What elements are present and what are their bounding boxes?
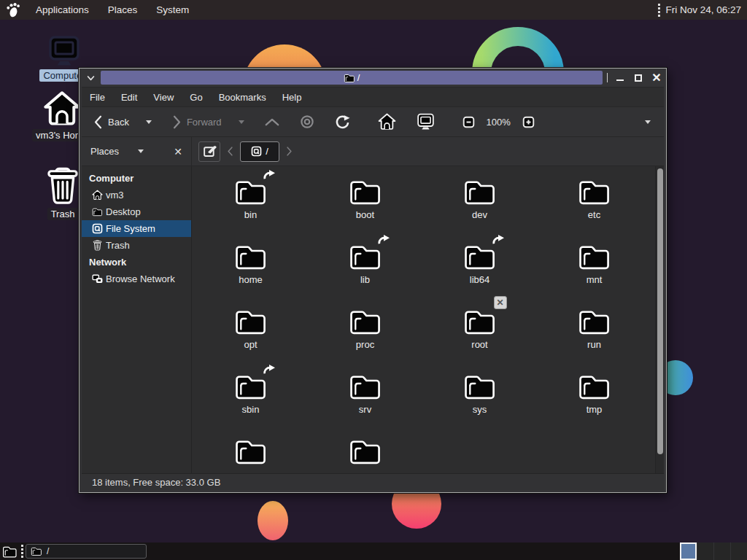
sidebar-item-browse-network[interactable]: Browse Network [82, 271, 191, 287]
forward-button[interactable]: Forward [168, 111, 249, 133]
workspace-3[interactable] [713, 542, 730, 560]
panel-menu-applications[interactable]: Applications [26, 0, 98, 20]
folder-name: sys [473, 404, 487, 415]
panel-menu-places[interactable]: Places [98, 0, 147, 20]
scrollbar[interactable] [655, 166, 664, 473]
up-button[interactable] [260, 111, 284, 133]
tasklist-handle[interactable] [21, 545, 23, 558]
sidebar-mode-label[interactable]: Places [90, 146, 119, 157]
sidebar-item-label: Browse Network [106, 273, 175, 284]
folder-icon [234, 241, 268, 272]
menu-go[interactable]: Go [182, 88, 210, 106]
stop-icon[interactable] [295, 111, 319, 133]
minimize-button[interactable] [614, 72, 626, 84]
folder-etc[interactable]: etc [537, 176, 651, 241]
folder-name: run [587, 339, 601, 350]
top-panel: ApplicationsPlacesSystem Fri Nov 24, 06:… [0, 0, 747, 20]
path-scroll-left-icon[interactable] [225, 141, 236, 162]
menu-view[interactable]: View [145, 88, 182, 106]
workspace-1[interactable] [680, 542, 697, 560]
window-menu-button[interactable] [82, 71, 99, 85]
folder-run[interactable]: run [537, 306, 651, 371]
view-dropdown-icon[interactable] [645, 120, 651, 124]
dots-indicator-icon[interactable] [658, 4, 660, 17]
folder-opt[interactable]: opt [193, 306, 308, 371]
folder-home[interactable]: home [193, 241, 308, 306]
menu-bookmarks[interactable]: Bookmarks [211, 88, 274, 106]
computer-button[interactable] [412, 111, 439, 133]
folder-icon [31, 546, 42, 556]
window-title: / [357, 72, 360, 83]
menu-file[interactable]: File [82, 88, 113, 106]
folder-tmp[interactable]: tmp [537, 371, 651, 436]
status-text: 18 items, Free space: 33.0 GB [92, 477, 220, 488]
folder-srv[interactable]: srv [308, 371, 422, 436]
folder-clipped[interactable] [308, 436, 422, 473]
folder-icon [234, 176, 268, 207]
network-icon [92, 273, 103, 284]
home-icon [92, 190, 103, 201]
folder-name: dev [472, 209, 487, 220]
folder-icon [463, 176, 497, 207]
sidebar-item-trash[interactable]: Trash [82, 237, 191, 254]
folder-icon [344, 73, 355, 83]
file-manager-window: / ✕ FileEditViewGoBookmarksHelp Back For… [79, 68, 667, 493]
folder-clipped[interactable] [193, 436, 308, 473]
sidebar-item-vm3[interactable]: vm3 [82, 187, 191, 203]
refresh-icon[interactable] [330, 111, 355, 133]
workspace-switcher [680, 542, 747, 560]
home-icon [43, 90, 81, 127]
folder-icon [349, 436, 382, 467]
path-scroll-right-icon[interactable] [284, 141, 295, 162]
sidebar-close-icon[interactable]: ✕ [174, 146, 182, 158]
workspace-2[interactable] [697, 542, 713, 560]
sidebar-item-label: Desktop [106, 206, 141, 217]
maximize-button[interactable] [632, 72, 644, 84]
file-manager-icon[interactable] [0, 542, 19, 560]
workspace-4[interactable] [730, 542, 747, 560]
back-history-caret[interactable] [146, 120, 152, 124]
home-button[interactable] [374, 111, 400, 133]
folder-proc[interactable]: proc [308, 306, 422, 371]
location-row: Places ✕ / [82, 136, 664, 166]
close-button[interactable]: ✕ [651, 72, 662, 84]
sidebar-header: Places ✕ [82, 137, 191, 166]
titlebar-separator [607, 73, 608, 82]
forward-history-caret[interactable] [239, 120, 244, 124]
menu-edit[interactable]: Edit [113, 88, 145, 106]
folder-boot[interactable]: boot [308, 176, 422, 241]
folder-lib64[interactable]: lib64 [422, 241, 537, 306]
symlink-emblem-icon [262, 364, 276, 376]
sidebar-item-desktop[interactable]: Desktop [82, 203, 191, 220]
folder-name: lib64 [470, 274, 489, 285]
back-button[interactable]: Back [89, 111, 156, 133]
folder-dev[interactable]: dev [422, 176, 537, 241]
scrollbar-thumb[interactable] [657, 168, 663, 454]
folder-icon [349, 306, 382, 337]
gnome-foot-icon[interactable] [6, 2, 20, 18]
path-root-button[interactable]: / [240, 141, 279, 162]
folder-name: etc [588, 209, 600, 220]
sidebar-item-label: vm3 [106, 190, 124, 201]
task-button-root[interactable]: / [26, 544, 147, 559]
menu-help[interactable]: Help [274, 88, 310, 106]
zoom-out-icon[interactable] [458, 111, 479, 133]
folder-lib[interactable]: lib [308, 241, 422, 306]
sidebar-mode-caret[interactable] [138, 149, 144, 153]
clock[interactable]: Fri Nov 24, 06:27 [665, 4, 741, 15]
panel-menu-system[interactable]: System [147, 0, 198, 20]
folder-bin[interactable]: bin [193, 176, 308, 241]
symlink-emblem-icon [491, 234, 506, 246]
titlebar[interactable]: / ✕ [82, 69, 664, 87]
folder-mnt[interactable]: mnt [537, 241, 651, 306]
folder-root[interactable]: ✕root [422, 306, 537, 371]
taskbar: / [0, 542, 747, 560]
folder-sys[interactable]: sys [422, 371, 537, 436]
edit-location-button[interactable] [198, 141, 220, 162]
zoom-in-icon[interactable] [518, 111, 539, 133]
sidebar-item-file-system[interactable]: File System [82, 220, 191, 237]
folder-view[interactable]: binbootdevetchomeliblib64mntoptproc✕root… [192, 166, 655, 473]
forward-label: Forward [187, 117, 222, 128]
folder-sbin[interactable]: sbin [193, 371, 308, 436]
desktop: Computer vm3's Home Trash / [0, 0, 747, 560]
